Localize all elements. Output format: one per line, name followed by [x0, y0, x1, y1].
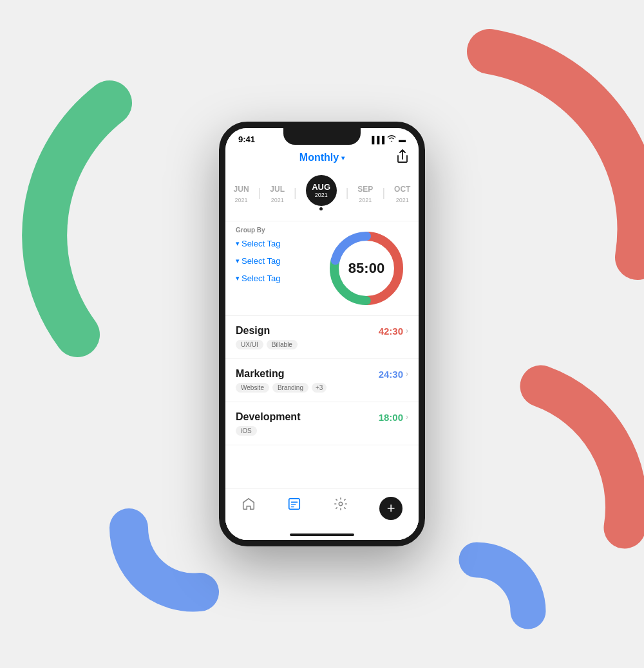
month-selector: JUN 2021 | JUL 2021 | AUG 2021 | [225, 167, 419, 221]
month-sep[interactable]: SEP 2021 [350, 178, 381, 207]
list-item-development[interactable]: Development 18:00 › iOS [225, 402, 419, 445]
nav-add[interactable]: + [372, 497, 410, 520]
list-item-marketing[interactable]: Marketing 24:30 › Website Branding +3 [225, 359, 419, 402]
share-button[interactable] [397, 149, 408, 166]
group-by-panel: Group By Select Tag Select Tag Select Ta… [236, 227, 317, 310]
chevron-icon-design: › [406, 326, 408, 335]
tag-more: +3 [312, 383, 327, 393]
header-title[interactable]: Monthly ▾ [299, 152, 345, 163]
select-tag-1[interactable]: Select Tag [236, 239, 317, 248]
separator-1: | [258, 186, 261, 199]
select-tag-3-label: Select Tag [242, 274, 280, 283]
notch [283, 128, 361, 145]
month-aug-year: 2021 [315, 192, 328, 199]
list-item-development-title: Development [236, 411, 300, 423]
home-bar [290, 533, 354, 536]
status-icons: ▐▐▐ ▬ [370, 135, 406, 144]
list-item-marketing-header: Marketing 24:30 › [236, 368, 408, 380]
phone-wrapper: 9:41 ▐▐▐ ▬ Monthly [219, 122, 425, 546]
separator-2: | [294, 186, 297, 199]
month-jun-abbr: JUN [234, 182, 249, 196]
wifi-icon [387, 135, 396, 144]
list-items-container: Design 42:30 › UX/UI Billable Marketin [225, 316, 419, 445]
svg-point-8 [339, 502, 343, 506]
screen: 9:41 ▐▐▐ ▬ Monthly [225, 128, 419, 540]
tag-website: Website [236, 383, 269, 393]
month-jul[interactable]: JUL 2021 [262, 178, 292, 207]
settings-icon [334, 497, 348, 511]
group-by-label: Group By [236, 227, 317, 234]
add-circle-button[interactable]: + [379, 497, 402, 520]
tag-ios: iOS [236, 426, 257, 436]
select-tag-3[interactable]: Select Tag [236, 274, 317, 283]
reports-icon [287, 497, 301, 511]
month-oct-year: 2021 [396, 197, 409, 203]
donut-total-time: 85:00 [348, 260, 384, 277]
svg-rect-4 [289, 499, 300, 510]
list-item-design[interactable]: Design 42:30 › UX/UI Billable [225, 316, 419, 359]
month-jul-abbr: JUL [270, 182, 285, 196]
bottom-nav: + [225, 488, 419, 540]
nav-home[interactable] [234, 497, 263, 511]
signal-icon: ▐▐▐ [370, 136, 384, 144]
list-item-marketing-time: 24:30 › [379, 369, 408, 380]
month-sep-abbr: SEP [357, 182, 373, 196]
dropdown-arrow-icon: ▾ [341, 154, 345, 162]
month-jun[interactable]: JUN 2021 [226, 178, 257, 207]
select-tag-2-label: Select Tag [242, 256, 280, 266]
tag-branding: Branding [272, 383, 308, 393]
list-item-design-tags: UX/UI Billable [236, 340, 408, 349]
active-month-dot [319, 207, 323, 210]
list-item-development-header: Development 18:00 › [236, 411, 408, 423]
month-jul-year: 2021 [271, 197, 284, 203]
month-oct-abbr: OCT [394, 182, 410, 196]
month-oct[interactable]: OCT 2021 [386, 178, 418, 207]
nav-reports[interactable] [279, 497, 309, 511]
donut-chart: 85:00 [325, 227, 408, 310]
list-item-design-header: Design 42:30 › [236, 325, 408, 337]
chevron-icon-marketing: › [406, 369, 408, 378]
list-item-design-time: 42:30 › [379, 326, 408, 337]
status-time: 9:41 [238, 135, 255, 144]
select-tag-2[interactable]: Select Tag [236, 256, 317, 266]
main-content: Group By Select Tag Select Tag Select Ta… [225, 221, 419, 315]
list-item-design-title: Design [236, 325, 270, 337]
tag-uxui: UX/UI [236, 340, 263, 349]
month-aug-abbr: AUG [312, 182, 330, 192]
separator-3: | [346, 186, 349, 199]
home-icon [242, 497, 256, 511]
tag-billable: Billable [267, 340, 298, 349]
list-item-marketing-title: Marketing [236, 368, 285, 380]
separator-4: | [382, 186, 385, 199]
header-title-text: Monthly [299, 152, 339, 163]
month-sep-year: 2021 [359, 197, 372, 203]
month-aug[interactable]: AUG 2021 [298, 171, 345, 214]
list-item-marketing-tags: Website Branding +3 [236, 383, 408, 393]
select-tag-1-label: Select Tag [242, 239, 280, 248]
month-jun-year: 2021 [235, 197, 248, 203]
chevron-icon-development: › [406, 413, 408, 422]
nav-settings[interactable] [326, 497, 355, 511]
header: Monthly ▾ [225, 147, 419, 167]
list-item-development-tags: iOS [236, 426, 408, 436]
phone-shell: 9:41 ▐▐▐ ▬ Monthly [219, 122, 425, 546]
battery-icon: ▬ [399, 136, 406, 144]
list-item-development-time: 18:00 › [379, 412, 408, 423]
